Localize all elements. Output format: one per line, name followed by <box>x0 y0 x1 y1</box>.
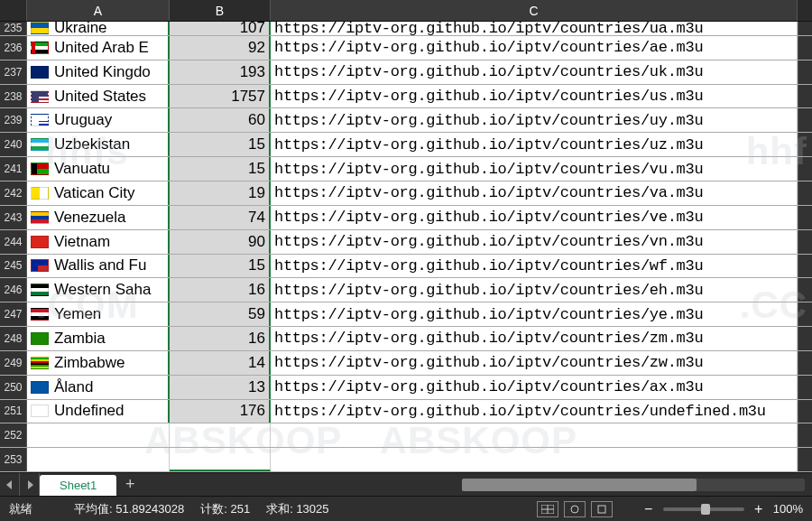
cell-empty[interactable] <box>271 448 798 471</box>
cell-country[interactable]: Vietnam <box>27 230 170 254</box>
cell-url[interactable]: https://iptv-org.github.io/iptv/countrie… <box>271 327 798 350</box>
cell-count[interactable]: 14 <box>170 351 271 375</box>
row-header[interactable]: 236 <box>0 36 27 60</box>
cell-url[interactable]: https://iptv-org.github.io/iptv/countrie… <box>271 400 798 423</box>
row-header[interactable]: 242 <box>0 181 27 205</box>
vscroll-gutter[interactable] <box>798 423 812 447</box>
sheet-tab-active[interactable]: Sheet1 <box>40 475 116 497</box>
cell-country[interactable]: Vatican City <box>27 181 170 205</box>
cell-empty[interactable] <box>271 423 798 447</box>
cell-country[interactable]: Zimbabwe <box>27 351 170 375</box>
vscroll-gutter[interactable] <box>798 60 812 84</box>
cell-url[interactable]: https://iptv-org.github.io/iptv/countrie… <box>271 206 798 229</box>
cell-url[interactable]: https://iptv-org.github.io/iptv/countrie… <box>271 255 798 278</box>
row-header[interactable]: 243 <box>0 206 27 229</box>
cell-count[interactable]: 74 <box>170 206 271 229</box>
row-header[interactable]: 250 <box>0 376 27 399</box>
cell-url[interactable]: https://iptv-org.github.io/iptv/countrie… <box>271 60 798 84</box>
vscroll-gutter[interactable] <box>798 230 812 254</box>
cell-url[interactable]: https://iptv-org.github.io/iptv/countrie… <box>271 181 798 205</box>
row-header[interactable]: 245 <box>0 255 27 278</box>
cell-country[interactable]: United States <box>27 85 170 108</box>
cell-count[interactable]: 59 <box>170 302 271 326</box>
zoom-percent[interactable]: 100% <box>773 502 803 516</box>
cell-count[interactable]: 90 <box>170 230 271 254</box>
cell-url[interactable]: https://iptv-org.github.io/iptv/countrie… <box>271 351 798 375</box>
cell-country[interactable]: Undefined <box>27 400 170 423</box>
vscroll-gutter[interactable] <box>798 400 812 423</box>
cell-country[interactable]: United Kingdo <box>27 60 170 84</box>
cell-empty[interactable] <box>27 448 170 471</box>
cell-count[interactable]: 15 <box>170 157 271 181</box>
cell-url[interactable]: https://iptv-org.github.io/iptv/countrie… <box>271 108 798 132</box>
row-header[interactable]: 244 <box>0 230 27 254</box>
cell-country[interactable]: United Arab E <box>27 36 170 60</box>
cell-count[interactable]: 1757 <box>170 85 271 108</box>
row-header[interactable]: 251 <box>0 400 27 423</box>
vscroll-gutter[interactable] <box>798 85 812 108</box>
cell-count[interactable]: 193 <box>170 60 271 84</box>
cell-empty[interactable] <box>170 423 271 447</box>
cell-count[interactable]: 176 <box>170 400 271 423</box>
cell-country[interactable]: Uruguay <box>27 108 170 132</box>
vscroll-gutter[interactable] <box>798 157 812 181</box>
horizontal-scrollbar[interactable] <box>462 479 805 491</box>
cell-url[interactable]: https://iptv-org.github.io/iptv/countrie… <box>271 302 798 326</box>
add-sheet-button[interactable]: + <box>118 474 142 496</box>
cell-country[interactable]: Western Saha <box>27 278 170 302</box>
cell-count[interactable]: 16 <box>170 278 271 302</box>
tab-nav-prev[interactable] <box>0 473 20 497</box>
row-header[interactable]: 235 <box>0 22 27 35</box>
cell-count[interactable]: 92 <box>170 36 271 60</box>
row-header[interactable]: 237 <box>0 60 27 84</box>
cell-url[interactable]: https://iptv-org.github.io/iptv/countrie… <box>271 230 798 254</box>
vscroll-gutter[interactable] <box>798 22 812 35</box>
vscroll-gutter[interactable] <box>798 255 812 278</box>
row-header[interactable]: 252 <box>0 423 27 447</box>
column-header-C[interactable]: C <box>271 0 798 21</box>
cell-url[interactable]: https://iptv-org.github.io/iptv/countrie… <box>271 22 798 35</box>
cell-country[interactable]: Åland <box>27 376 170 399</box>
vscroll-gutter[interactable] <box>798 206 812 229</box>
view-page-break-button[interactable] <box>591 501 613 517</box>
cell-country[interactable]: Zambia <box>27 327 170 350</box>
row-header[interactable]: 240 <box>0 133 27 156</box>
cell-empty[interactable] <box>27 423 170 447</box>
row-header[interactable]: 248 <box>0 327 27 350</box>
zoom-out-button[interactable]: − <box>641 501 656 517</box>
cell-url[interactable]: https://iptv-org.github.io/iptv/countrie… <box>271 36 798 60</box>
cell-empty[interactable] <box>170 448 271 471</box>
view-normal-button[interactable] <box>537 501 558 517</box>
zoom-slider-thumb[interactable] <box>701 504 710 515</box>
cell-count[interactable]: 13 <box>170 376 271 399</box>
cell-url[interactable]: https://iptv-org.github.io/iptv/countrie… <box>271 278 798 302</box>
horizontal-scroll-thumb[interactable] <box>462 479 697 491</box>
vscroll-gutter[interactable] <box>798 448 812 471</box>
zoom-in-button[interactable]: + <box>752 501 766 517</box>
cell-count[interactable]: 19 <box>170 181 271 205</box>
select-all-corner[interactable] <box>0 0 27 21</box>
cell-url[interactable]: https://iptv-org.github.io/iptv/countrie… <box>271 376 798 399</box>
cell-country[interactable]: Wallis and Fu <box>27 255 170 278</box>
column-header-B[interactable]: B <box>170 0 271 21</box>
cell-country[interactable]: Ukraine <box>27 22 170 35</box>
cell-url[interactable]: https://iptv-org.github.io/iptv/countrie… <box>271 133 798 156</box>
vscroll-gutter[interactable] <box>798 327 812 350</box>
vscroll-gutter[interactable] <box>798 108 812 132</box>
row-header[interactable]: 247 <box>0 302 27 326</box>
grid-body[interactable]: hhfs .COM hhf .CC ABSKOOP ABSKOOP 235Ukr… <box>0 22 812 472</box>
cell-url[interactable]: https://iptv-org.github.io/iptv/countrie… <box>271 85 798 108</box>
row-header[interactable]: 253 <box>0 448 27 471</box>
vscroll-gutter[interactable] <box>798 351 812 375</box>
vscroll-gutter[interactable] <box>798 302 812 326</box>
cell-url[interactable]: https://iptv-org.github.io/iptv/countrie… <box>271 157 798 181</box>
vscroll-gutter[interactable] <box>798 376 812 399</box>
cell-count[interactable]: 15 <box>170 255 271 278</box>
zoom-slider[interactable] <box>663 507 744 511</box>
row-header[interactable]: 241 <box>0 157 27 181</box>
cell-country[interactable]: Venezuela <box>27 206 170 229</box>
vscroll-gutter[interactable] <box>798 181 812 205</box>
cell-count[interactable]: 107 <box>170 22 271 35</box>
row-header[interactable]: 239 <box>0 108 27 132</box>
row-header[interactable]: 238 <box>0 85 27 108</box>
